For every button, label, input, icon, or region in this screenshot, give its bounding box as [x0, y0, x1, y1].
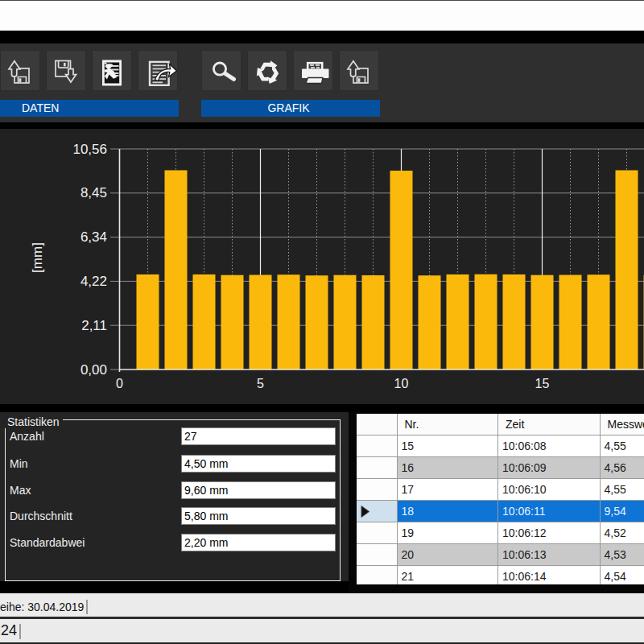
svg-text:0: 0 [116, 377, 123, 390]
svg-text:[mm]: [mm] [30, 242, 45, 273]
svg-text:15: 15 [535, 377, 550, 390]
svg-text:8,45: 8,45 [80, 185, 107, 200]
svg-text:6,34: 6,34 [80, 229, 107, 245]
svg-text:0,00: 0,00 [80, 362, 107, 378]
svg-text:10,56: 10,56 [72, 142, 107, 157]
svg-text:4,22: 4,22 [80, 274, 107, 289]
svg-text:2,11: 2,11 [81, 318, 107, 333]
svg-text:5: 5 [257, 377, 264, 390]
svg-text:10: 10 [394, 377, 409, 390]
